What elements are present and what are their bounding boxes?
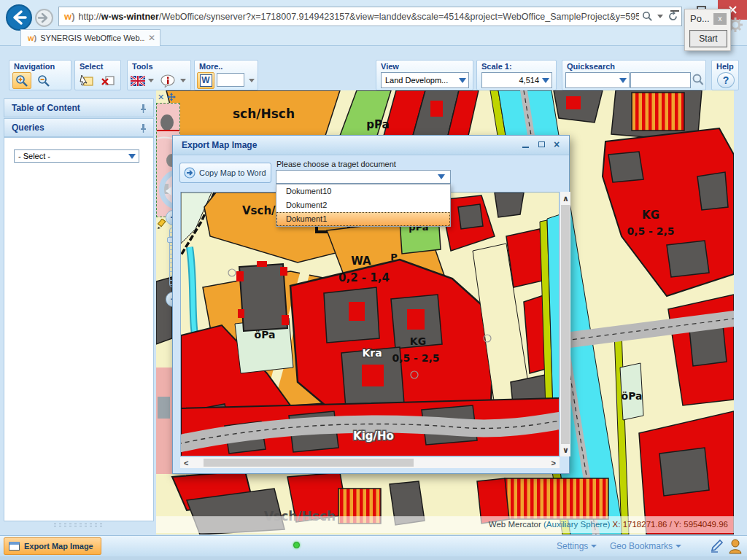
language-dropdown-icon[interactable]	[148, 79, 154, 82]
tab-title: SYNERGIS WebOffice Web...	[40, 34, 145, 42]
status-datum: (Auxiliary Sphere)	[543, 520, 610, 529]
quicksearch-input[interactable]	[630, 72, 691, 88]
popup-start-button[interactable]: Start	[689, 30, 727, 47]
export-word-tool[interactable]: W	[197, 72, 214, 89]
dlg-label-p: P	[390, 252, 398, 262]
target-document-combobox[interactable]	[276, 170, 451, 184]
taskbar-item-export-map-image[interactable]: Export Map Image	[4, 537, 101, 555]
zoom-in-tool[interactable]	[12, 72, 31, 89]
scale-input[interactable]: 4,514	[481, 72, 552, 88]
map-label-hsch: sch/Hsch	[233, 106, 295, 121]
sidebar-panel-table-of-content[interactable]: Table of Content	[4, 98, 154, 117]
pin-icon[interactable]	[139, 123, 147, 133]
list-item[interactable]: Dokument10	[276, 184, 450, 198]
dialog-titlebar[interactable]: Export Map Image ×	[173, 136, 569, 155]
more-combo[interactable]	[217, 73, 244, 87]
pan-mode-icon[interactable]	[167, 93, 176, 101]
hscroll-thumb[interactable]	[204, 459, 414, 467]
redlining-pen-icon[interactable]	[709, 539, 724, 553]
user-icon[interactable]	[728, 538, 743, 554]
more-group-label: More..	[199, 62, 222, 71]
sidebar-panel-queries[interactable]: Queries	[4, 118, 154, 137]
query-select-value: - Select -	[18, 150, 50, 162]
copy-map-to-word-button[interactable]: Copy Map to Word	[179, 163, 271, 183]
dialog-map-preview[interactable]: Vsch/ pPa P WA 0,2 - 1,4 öPa Kra KG 0,5 …	[180, 192, 560, 456]
navigation-group-label: Navigation	[14, 62, 55, 71]
dlg-label-kigho: Kig/Ho	[353, 429, 394, 443]
geo-bookmarks-label: Geo Bookmarks	[610, 541, 673, 551]
more-dropdown-icon[interactable]	[249, 79, 255, 82]
scroll-left-icon[interactable]: <	[184, 458, 188, 468]
dialog-map-vscrollbar[interactable]: ∧ ∨	[560, 192, 570, 456]
zoom-out-icon	[37, 74, 50, 88]
pan-left-icon[interactable]	[166, 187, 171, 195]
browser-back-button[interactable]	[6, 4, 32, 31]
browser-tab[interactable]: w) SYNERGIS WebOffice Web... ✕	[20, 29, 160, 46]
info-bubble-icon	[160, 74, 176, 88]
dlg-label-wa-value: 0,2 - 1,4	[338, 271, 390, 284]
copy-button-label: Copy Map to Word	[199, 168, 266, 177]
quicksearch-button[interactable]	[692, 73, 704, 89]
info-tool[interactable]	[158, 72, 177, 89]
sidebar-resize-grip[interactable]	[53, 523, 105, 527]
target-document-label: Please choose a traget document	[276, 160, 396, 168]
taskbar-item-label: Export Map Image	[24, 542, 93, 551]
settings-menu[interactable]: Settings	[557, 541, 597, 551]
scroll-right-icon[interactable]: >	[551, 458, 556, 468]
tab-close-icon[interactable]: ✕	[148, 33, 155, 43]
info-dropdown-icon[interactable]	[180, 79, 186, 82]
help-group-label: Help	[716, 62, 734, 71]
word-icon: W	[200, 74, 212, 87]
list-item[interactable]: Dokument2	[276, 198, 450, 212]
ribbon-group-quicksearch: Quicksearch	[562, 60, 706, 90]
popup-close-button[interactable]: x	[713, 13, 727, 25]
window-icon	[9, 542, 20, 551]
select-tool[interactable]	[77, 72, 96, 89]
address-bar[interactable]: w) http://w-ws-wintner/WebOffice/synserv…	[58, 7, 682, 26]
zoom-in-icon	[15, 74, 28, 88]
quicksearch-select[interactable]	[565, 72, 630, 88]
list-item-selected[interactable]: Dokument1	[276, 212, 450, 226]
help-button[interactable]: ?	[717, 72, 735, 88]
view-caret-icon	[459, 78, 466, 83]
dlg-label-vsch: Vsch/	[242, 204, 276, 217]
map-label-ppa: pPa	[366, 118, 389, 131]
settings-label: Settings	[557, 541, 588, 551]
application-window: w) http://w-ws-wintner/WebOffice/synserv…	[0, 0, 747, 560]
vscroll-thumb[interactable]	[561, 205, 570, 444]
overview-close-icon[interactable]: ✕	[158, 93, 164, 102]
status-coordinates: X: 1718271.86 / Y: 5954049.96	[610, 520, 728, 529]
address-dropdown-icon[interactable]	[657, 15, 663, 18]
quicksearch-caret-icon	[619, 78, 627, 83]
tools-group-label: Tools	[132, 62, 153, 71]
dialog-restore-button[interactable]	[535, 140, 547, 151]
queries-panel-body: - Select -	[4, 137, 154, 521]
search-icon[interactable]	[642, 11, 653, 22]
browser-forward-button[interactable]	[35, 9, 53, 27]
popup-blocker-dialog: Po... x Start	[684, 9, 731, 51]
status-indicator	[293, 542, 300, 548]
dialog-map-hscrollbar[interactable]: < >	[180, 457, 560, 468]
scroll-down-icon[interactable]: ∨	[562, 445, 569, 455]
view-group-label: View	[381, 62, 399, 71]
copy-arrow-icon	[184, 167, 196, 179]
language-tool[interactable]	[130, 72, 146, 89]
pin-icon[interactable]	[139, 104, 147, 114]
geo-bookmarks-caret-icon	[676, 545, 681, 548]
geo-bookmarks-menu[interactable]: Geo Bookmarks	[610, 541, 681, 551]
dialog-close-button[interactable]: ×	[551, 140, 562, 151]
scroll-up-icon[interactable]: ∧	[562, 193, 569, 203]
toc-title: Table of Content	[12, 103, 80, 113]
clear-selection-tool[interactable]	[98, 72, 117, 89]
dialog-minimize-button[interactable]	[519, 140, 531, 151]
query-select[interactable]: - Select -	[14, 149, 139, 163]
view-select-value: Land Developm...	[385, 76, 448, 85]
target-document-list: Dokument10 Dokument2 Dokument1	[276, 184, 451, 227]
window-minimize-button[interactable]	[665, 3, 684, 16]
zoom-out-tool[interactable]	[34, 72, 53, 89]
combobox-caret-icon	[438, 174, 445, 179]
export-map-image-dialog: Export Map Image × Copy Map to Word Plea…	[172, 135, 570, 474]
tab-favicon: w)	[28, 34, 36, 42]
view-select[interactable]: Land Developm...	[381, 72, 469, 88]
dlg-label-kg-value: 0,5 - 2,5	[392, 352, 439, 364]
